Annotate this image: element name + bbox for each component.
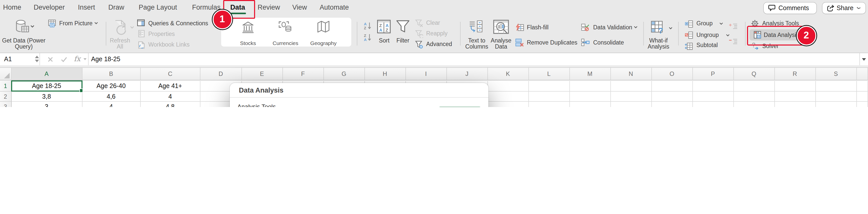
stocks-label[interactable]: Stocks — [240, 40, 256, 46]
insert-function-icon[interactable]: fx — [74, 54, 81, 62]
comments-button[interactable]: Comments — [764, 3, 816, 13]
formula-bar-expand-icon[interactable] — [862, 58, 866, 60]
cell-N2[interactable] — [611, 92, 652, 102]
analysis-tools-label: Analysis Tools — [762, 20, 799, 26]
tab-formulas[interactable]: Formulas — [192, 4, 221, 11]
cell-M2[interactable] — [570, 92, 611, 102]
svg-text:Z: Z — [386, 28, 388, 32]
cell-C3[interactable]: 4,8 — [141, 102, 200, 107]
column-header-A[interactable]: A — [11, 68, 82, 81]
cell-R2[interactable] — [775, 92, 816, 102]
currencies-label[interactable]: Currencies — [273, 40, 298, 46]
row-header-2[interactable]: 2 — [0, 92, 11, 102]
cell-L1[interactable] — [529, 81, 570, 92]
ok-button[interactable]: OK — [438, 106, 482, 107]
cell-R3[interactable] — [775, 102, 816, 107]
column-header-F[interactable]: F — [283, 68, 324, 81]
name-box-spinner-down[interactable] — [35, 59, 39, 62]
cell-T3[interactable] — [857, 102, 868, 107]
column-header-R[interactable]: R — [775, 68, 816, 81]
cell-Q3[interactable] — [734, 102, 775, 107]
sort-ascending-icon[interactable]: A Z — [364, 22, 372, 30]
tab-draw[interactable]: Draw — [108, 4, 124, 11]
fx-chevron-icon — [84, 58, 87, 60]
column-header-P[interactable]: P — [693, 68, 734, 81]
column-header-N[interactable]: N — [611, 68, 652, 81]
tab-developer[interactable]: Developer — [34, 4, 65, 11]
fill-handle[interactable] — [79, 89, 83, 92]
cell-N3[interactable] — [611, 102, 652, 107]
cell-K1[interactable] — [488, 81, 529, 92]
tab-view[interactable]: View — [292, 4, 307, 11]
cell-O2[interactable] — [652, 92, 693, 102]
column-header-J[interactable]: J — [447, 68, 488, 81]
svg-text:A: A — [379, 28, 382, 32]
share-button[interactable]: Share — [823, 3, 865, 13]
geography-label[interactable]: Geography — [310, 40, 337, 46]
cell-P2[interactable] — [693, 92, 734, 102]
cell-P3[interactable] — [693, 102, 734, 107]
cell-B2[interactable]: 4,6 — [82, 92, 141, 102]
cell-K2[interactable] — [488, 92, 529, 102]
cell-K3[interactable] — [488, 102, 529, 107]
name-box[interactable]: A1 — [4, 56, 12, 63]
column-header-I[interactable]: I — [406, 68, 447, 81]
cell-A3[interactable]: 3 — [11, 102, 82, 107]
cell-C2[interactable]: 4 — [141, 92, 200, 102]
currencies-icon[interactable] — [278, 20, 293, 33]
column-header-G[interactable]: G — [324, 68, 365, 81]
svg-text:A: A — [386, 23, 389, 28]
column-header-H[interactable]: H — [365, 68, 406, 81]
cell-T2[interactable] — [857, 92, 868, 102]
cancel-entry-icon[interactable] — [48, 56, 53, 62]
flash-fill-icon — [515, 23, 524, 32]
column-header-B[interactable]: B — [82, 68, 141, 81]
cell-C1[interactable]: Age 41+ — [141, 81, 200, 92]
cell-Q2[interactable] — [734, 92, 775, 102]
cell-R1[interactable] — [775, 81, 816, 92]
cell-B3[interactable]: 4 — [82, 102, 141, 107]
cell-A2[interactable]: 3,8 — [11, 92, 82, 102]
stocks-icon[interactable] — [241, 20, 255, 33]
column-header-Q[interactable]: Q — [734, 68, 775, 81]
formula-input[interactable]: Age 18-25 — [91, 56, 120, 63]
column-header-M[interactable]: M — [570, 68, 611, 81]
column-header-partial[interactable] — [857, 68, 868, 81]
properties-icon — [138, 30, 145, 37]
select-all-corner[interactable] — [0, 68, 11, 81]
column-header-D[interactable]: D — [200, 68, 242, 81]
confirm-entry-icon[interactable] — [61, 56, 67, 62]
cell-S1[interactable] — [816, 81, 857, 92]
column-header-L[interactable]: L — [529, 68, 570, 81]
column-header-O[interactable]: O — [652, 68, 693, 81]
cell-M3[interactable] — [570, 102, 611, 107]
tab-home[interactable]: Home — [3, 4, 21, 11]
cell-B1[interactable]: Age 26-40 — [82, 81, 141, 92]
cell-L3[interactable] — [529, 102, 570, 107]
show-detail-icon[interactable] — [729, 23, 737, 29]
tab-insert[interactable]: Insert — [78, 4, 95, 11]
tab-review[interactable]: Review — [258, 4, 280, 11]
cell-M1[interactable] — [570, 81, 611, 92]
column-header-C[interactable]: C — [141, 68, 200, 81]
column-header-K[interactable]: K — [488, 68, 529, 81]
cell-Q1[interactable] — [734, 81, 775, 92]
cell-S2[interactable] — [816, 92, 857, 102]
cell-N1[interactable] — [611, 81, 652, 92]
cell-P1[interactable] — [693, 81, 734, 92]
cell-L2[interactable] — [529, 92, 570, 102]
sort-descending-icon[interactable]: Z A — [364, 33, 372, 41]
cell-O3[interactable] — [652, 102, 693, 107]
geography-icon[interactable] — [316, 20, 331, 33]
cell-O1[interactable] — [652, 81, 693, 92]
hide-detail-icon[interactable] — [729, 38, 737, 44]
column-header-E[interactable]: E — [242, 68, 283, 81]
cell-T1[interactable] — [857, 81, 868, 92]
cell-S3[interactable] — [816, 102, 857, 107]
row-header-1[interactable]: 1 — [0, 81, 11, 92]
row-header-3[interactable]: 3 — [0, 102, 11, 107]
tab-page-layout[interactable]: Page Layout — [139, 4, 177, 11]
tab-automate[interactable]: Automate — [320, 4, 349, 11]
column-header-S[interactable]: S — [816, 68, 857, 81]
name-box-spinner-up[interactable] — [35, 55, 39, 58]
